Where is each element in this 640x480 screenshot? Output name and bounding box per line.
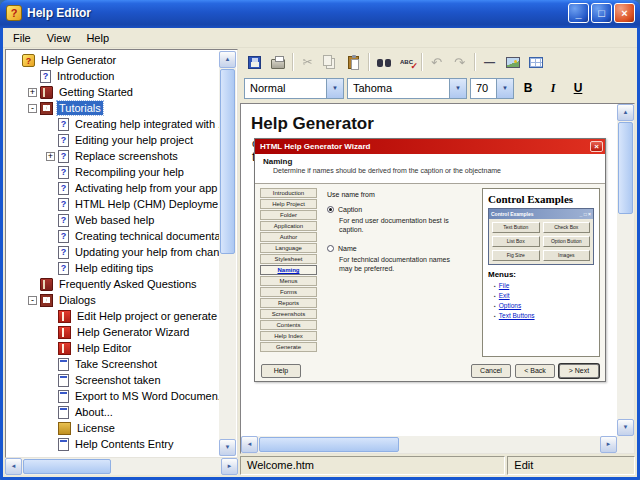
- tree-item[interactable]: Help Generator: [7, 52, 219, 68]
- tree-item-label: About...: [73, 405, 115, 419]
- topics-tree-panel: Help Generator Introduction + Getting S: [5, 49, 238, 475]
- tree-item[interactable]: Activating help from your app: [7, 180, 219, 196]
- tree-item[interactable]: Help Editor: [7, 340, 219, 356]
- tree-item[interactable]: Creating technical documenta...: [7, 228, 219, 244]
- editor-vertical-scrollbar[interactable]: [617, 104, 634, 436]
- title-bar[interactable]: Help Editor _ □ ×: [0, 0, 640, 28]
- editor-hscroll-thumb[interactable]: [259, 437, 399, 452]
- dropdown-arrow-icon[interactable]: [326, 79, 343, 98]
- scroll-down-icon[interactable]: [219, 439, 236, 456]
- tree-item[interactable]: Take Screenshot: [7, 356, 219, 372]
- insert-image-button[interactable]: [501, 51, 524, 73]
- font-family-select[interactable]: Tahoma: [347, 78, 467, 99]
- editor-horizontal-scrollbar[interactable]: [241, 436, 617, 453]
- tree-list: Help Generator Introduction + Getting S: [7, 52, 219, 456]
- minimize-button[interactable]: _: [568, 3, 589, 23]
- spellcheck-button[interactable]: ABC: [395, 51, 418, 73]
- scroll-right-icon[interactable]: [221, 458, 238, 475]
- abc-check-icon: ABC: [400, 59, 413, 65]
- font-size-select[interactable]: 70: [470, 78, 514, 99]
- redo-arrow-icon: ↷: [454, 56, 465, 69]
- tree-item[interactable]: Help Generator Wizard: [7, 324, 219, 340]
- scrollbar-corner: [617, 436, 634, 453]
- dropdown-arrow-icon[interactable]: [496, 79, 513, 98]
- insert-table-button[interactable]: [524, 51, 547, 73]
- tree-expander-icon[interactable]: +: [46, 152, 55, 161]
- menu-item[interactable]: Help: [78, 29, 117, 47]
- tree-item[interactable]: Editing your help project: [7, 132, 219, 148]
- tree-item-label: Activating help from your app: [73, 181, 219, 195]
- tree-item[interactable]: About...: [7, 404, 219, 420]
- app-icon: [6, 5, 22, 21]
- menu-item[interactable]: View: [39, 29, 79, 47]
- scissors-icon: ✂: [302, 56, 312, 68]
- tree-item-icon: [58, 230, 69, 243]
- underline-button[interactable]: U: [567, 77, 589, 99]
- tree-item[interactable]: - Tutorials: [7, 100, 219, 116]
- tree-item[interactable]: + Replace screenshots: [7, 148, 219, 164]
- wizard-step-description: Determine if names should be derived fro…: [263, 167, 597, 174]
- tree-hscroll-thumb[interactable]: [23, 459, 111, 474]
- editor-vscroll-thumb[interactable]: [618, 122, 633, 214]
- copy-button[interactable]: [319, 51, 342, 73]
- paste-button[interactable]: [342, 51, 365, 73]
- scroll-left-icon[interactable]: [5, 458, 22, 475]
- tree-item[interactable]: Recompiling your help: [7, 164, 219, 180]
- tree-item-icon: [58, 390, 69, 403]
- wizard-menu-link: Text Buttons: [499, 312, 535, 319]
- maximize-button[interactable]: □: [591, 3, 612, 23]
- tree-item[interactable]: Help Contents Entry: [7, 436, 219, 452]
- tree-vertical-scrollbar[interactable]: [219, 51, 236, 456]
- menu-item[interactable]: File: [5, 29, 39, 47]
- tree-item[interactable]: License: [7, 420, 219, 436]
- tree-vscroll-thumb[interactable]: [220, 69, 235, 254]
- bold-button[interactable]: B: [517, 77, 539, 99]
- close-button[interactable]: ×: [614, 3, 635, 23]
- tree-item[interactable]: Frequently Asked Questions: [7, 276, 219, 292]
- wizard-nav-item: Generate: [260, 342, 317, 352]
- italic-button[interactable]: I: [542, 77, 564, 99]
- menus-link-row: Text Buttons: [494, 312, 594, 319]
- dropdown-arrow-icon[interactable]: [449, 79, 466, 98]
- tree-expander-icon[interactable]: +: [28, 88, 37, 97]
- scroll-down-icon[interactable]: [617, 419, 634, 436]
- save-button[interactable]: [243, 51, 266, 73]
- paragraph-style-select[interactable]: Normal: [244, 78, 344, 99]
- undo-button[interactable]: ↶: [425, 51, 448, 73]
- wizard-nav-item: Help Project: [260, 199, 317, 209]
- tree-item-icon: [58, 310, 71, 323]
- tree-item[interactable]: Updating your help from chan...: [7, 244, 219, 260]
- wizard-footer: Help Cancel < Back > Next: [255, 360, 605, 381]
- tree-item[interactable]: Edit Help project or generate: [7, 308, 219, 324]
- scroll-right-icon[interactable]: [600, 436, 617, 453]
- status-mode: Edit: [507, 456, 635, 475]
- tree-expander-icon[interactable]: -: [28, 296, 37, 305]
- tree-item[interactable]: Help editing tips: [7, 260, 219, 276]
- tree-item[interactable]: HTML Help (CHM) Deployme...: [7, 196, 219, 212]
- document-editing-surface[interactable]: Help Generator HTML Help Generator Wizar…: [241, 104, 617, 436]
- scroll-up-icon[interactable]: [219, 51, 236, 68]
- tree-horizontal-scrollbar[interactable]: [5, 458, 238, 475]
- tree-item[interactable]: Export to MS Word Documen...: [7, 388, 219, 404]
- wizard-nav-item: Screenshots: [260, 309, 317, 319]
- cut-button[interactable]: ✂: [296, 51, 319, 73]
- tree-item[interactable]: - Dialogs: [7, 292, 219, 308]
- scroll-left-icon[interactable]: [241, 436, 258, 453]
- toolbar-separator: [421, 53, 422, 71]
- tree-item[interactable]: Web based help: [7, 212, 219, 228]
- tree-item[interactable]: Screenshot taken: [7, 372, 219, 388]
- tree-item-label: Recompiling your help: [73, 165, 186, 179]
- status-bar: Welcome.htm Edit: [240, 456, 635, 475]
- tree-expander-icon[interactable]: -: [28, 104, 37, 113]
- tree-item[interactable]: Introduction: [7, 68, 219, 84]
- editor-content-area: Help Generator HTML Help Generator Wizar…: [240, 103, 635, 454]
- tree-item-label: Help Editor: [75, 341, 133, 355]
- horizontal-rule-button[interactable]: —: [478, 51, 501, 73]
- print-button[interactable]: [266, 51, 289, 73]
- tree-item[interactable]: Creating help integrated with ...: [7, 116, 219, 132]
- redo-button[interactable]: ↷: [448, 51, 471, 73]
- binoculars-icon: [377, 59, 391, 68]
- find-button[interactable]: [372, 51, 395, 73]
- tree-item[interactable]: + Getting Started: [7, 84, 219, 100]
- scroll-up-icon[interactable]: [617, 104, 634, 121]
